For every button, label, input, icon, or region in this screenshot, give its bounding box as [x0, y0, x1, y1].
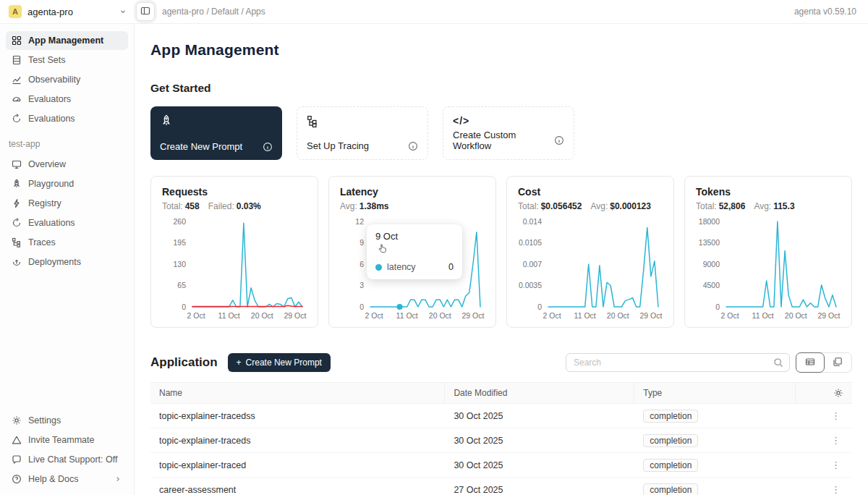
help-icon — [12, 474, 22, 484]
refresh-icon — [12, 218, 22, 228]
create-new-prompt-card[interactable]: Create New Prompt — [150, 106, 282, 160]
app-type: completion — [634, 453, 796, 477]
app-name[interactable]: topic-explainer-tracedss — [150, 404, 445, 428]
sidebar-item-label: Playground — [28, 179, 74, 189]
svg-text:11 Oct: 11 Oct — [752, 311, 774, 320]
card-view-button[interactable] — [824, 353, 851, 372]
sidebar-item-invite-teammate[interactable]: Invite Teammate — [6, 431, 128, 449]
table-row[interactable]: topic-explainer-tracedss 30 Oct 2025 com… — [150, 404, 852, 428]
sidebar-item-evaluators[interactable]: Evaluators — [6, 90, 128, 109]
sidebar-item-deployments[interactable]: Deployments — [6, 253, 128, 271]
svg-text:2 Oct: 2 Oct — [543, 311, 561, 320]
create-new-prompt-button[interactable]: + Create New Prompt — [228, 353, 331, 372]
cursor-icon — [377, 243, 388, 258]
column-header-name[interactable]: Name — [150, 383, 445, 403]
sidebar-toggle-button[interactable] — [136, 2, 155, 21]
search-icon[interactable] — [773, 358, 783, 368]
rocket-icon — [12, 179, 22, 189]
svg-text:20 Oct: 20 Oct — [251, 311, 273, 320]
app-date-modified: 30 Oct 2025 — [445, 404, 634, 428]
line-chart-icon — [12, 75, 22, 85]
more-menu-icon[interactable]: ⋮ — [828, 484, 843, 495]
svg-text:29 Oct: 29 Oct — [639, 311, 662, 320]
sidebar-item-app-evaluations[interactable]: Evaluations — [6, 213, 128, 232]
sidebar-item-test-sets[interactable]: Test Sets — [6, 51, 128, 69]
tracing-icon — [307, 115, 418, 128]
main-content: App Management Get Started Create New Pr… — [135, 0, 868, 495]
svg-text:20 Oct: 20 Oct — [785, 311, 807, 320]
svg-text:2 Oct: 2 Oct — [721, 311, 739, 320]
set-up-tracing-card[interactable]: Set Up Tracing — [297, 106, 428, 160]
search-input[interactable] — [574, 358, 773, 368]
chart-stats: Total:458 Failed:0.03% — [162, 201, 307, 211]
svg-text:0.0105: 0.0105 — [519, 238, 542, 247]
breadcrumb[interactable]: agenta-pro / Default / Apps — [162, 7, 265, 17]
svg-text:0: 0 — [537, 302, 542, 311]
test-sets-icon — [12, 55, 22, 65]
sidebar-item-label: Deployments — [28, 257, 81, 267]
svg-text:0: 0 — [359, 302, 364, 311]
chat-bubble-icon — [12, 454, 22, 465]
tooltip-date: 9 Oct — [375, 231, 454, 242]
svg-text:195: 195 — [173, 238, 186, 247]
app-name[interactable]: topic-explainer-traced — [150, 453, 445, 477]
sidebar-item-app-management[interactable]: App Management — [6, 31, 128, 50]
sidebar-item-observability[interactable]: Observability — [6, 70, 128, 89]
sidebar-item-playground[interactable]: Playground — [6, 174, 128, 193]
svg-text:12: 12 — [355, 217, 364, 226]
create-custom-workflow-card[interactable]: </> Create Custom Workflow — [443, 106, 574, 160]
requests-chart-card: Requests Total:458 Failed:0.03% 06513019… — [150, 176, 318, 328]
app-name[interactable]: career-assessment — [150, 478, 445, 495]
more-menu-icon[interactable]: ⋮ — [828, 435, 843, 446]
table-row[interactable]: career-assessment 27 Oct 2025 completion… — [150, 478, 852, 495]
monitor-icon — [12, 159, 22, 169]
info-icon[interactable] — [554, 135, 564, 145]
column-header-date-modified[interactable]: Date Modified — [445, 383, 634, 403]
app-type: completion — [634, 404, 796, 428]
row-menu: ⋮ — [796, 404, 852, 428]
search-box — [566, 353, 790, 372]
column-header-settings — [796, 383, 852, 403]
table-row[interactable]: topic-explainer-traceds 30 Oct 2025 comp… — [150, 428, 852, 453]
svg-text:20 Oct: 20 Oct — [607, 311, 629, 320]
more-menu-icon[interactable]: ⋮ — [828, 410, 843, 421]
sidebar-item-traces[interactable]: Traces — [6, 233, 128, 252]
table-settings-icon[interactable] — [833, 388, 843, 398]
sidebar-item-label: Observability — [28, 75, 80, 85]
app-type: completion — [634, 478, 796, 495]
chart-title: Latency — [340, 186, 485, 198]
svg-text:29 Oct: 29 Oct — [817, 311, 840, 320]
info-icon[interactable] — [408, 141, 418, 151]
app-name[interactable]: topic-explainer-traceds — [150, 428, 445, 452]
sidebar-item-label: Help & Docs — [28, 474, 78, 484]
cost-chart-card: Cost Total:$0.056452 Avg:$0.000123 00.00… — [506, 176, 674, 328]
code-icon: </> — [453, 115, 564, 127]
panel-icon — [140, 6, 150, 18]
svg-text:11 Oct: 11 Oct — [574, 311, 596, 320]
svg-text:20 Oct: 20 Oct — [429, 311, 451, 320]
sidebar-item-evaluations[interactable]: Evaluations — [6, 109, 128, 128]
svg-text:0.014: 0.014 — [523, 217, 542, 226]
sidebar-item-label: Registry — [28, 198, 61, 208]
sidebar-item-settings[interactable]: Settings — [6, 411, 128, 430]
requests-sparkline: 0651301952602 Oct11 Oct20 Oct29 Oct — [162, 216, 307, 321]
sidebar-item-live-chat[interactable]: Live Chat Support: Off — [6, 450, 128, 469]
workspace-selector[interactable]: A agenta-pro — [0, 5, 135, 18]
sidebar-item-label: Traces — [28, 237, 56, 248]
more-menu-icon[interactable]: ⋮ — [828, 460, 843, 470]
chart-title: Tokens — [696, 186, 841, 198]
table-view-button[interactable] — [796, 352, 825, 373]
column-header-type[interactable]: Type — [634, 383, 796, 403]
svg-text:3: 3 — [359, 281, 364, 289]
grid-icon — [12, 35, 22, 46]
type-badge: completion — [643, 434, 698, 447]
sidebar-item-label: Test Sets — [28, 55, 65, 65]
info-icon[interactable] — [263, 142, 273, 152]
chevron-down-icon — [119, 7, 127, 16]
table-row[interactable]: topic-explainer-traced 30 Oct 2025 compl… — [150, 453, 852, 478]
sidebar-item-overview[interactable]: Overview — [6, 155, 128, 174]
sidebar-item-help-docs[interactable]: Help & Docs — [6, 470, 128, 488]
sidebar-item-registry[interactable]: Registry — [6, 194, 128, 213]
rocket-icon — [160, 114, 273, 127]
tokens-chart-card: Tokens Total:52,806 Avg:115.3 0450090001… — [684, 176, 852, 328]
